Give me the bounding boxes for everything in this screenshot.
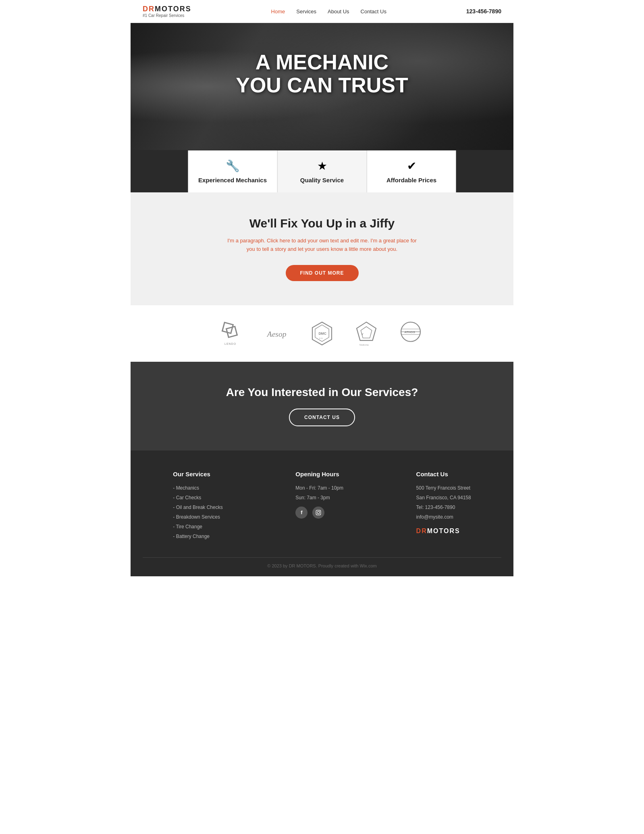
svg-point-19 bbox=[320, 511, 320, 511]
nav-links: Home Services About Us Contact Us bbox=[271, 8, 386, 15]
logo-athos: ATHOS bbox=[399, 321, 423, 346]
hero-heading: A MECHANIC YOU CAN TRUST bbox=[236, 51, 408, 97]
social-icons: f bbox=[295, 507, 343, 519]
logos-section: LENDO Aesop DMC ★ ★ V Vakota bbox=[131, 305, 513, 362]
brand-motors: MOTORS bbox=[155, 5, 191, 13]
card-label-quality: Quality Service bbox=[300, 177, 344, 183]
checkmark-icon: ✔ bbox=[407, 159, 416, 173]
footer-hours-sunday: Sun: 7am - 3pm bbox=[295, 493, 343, 502]
hero-line1: A MECHANIC bbox=[236, 51, 408, 74]
hero-card-prices: ✔ Affordable Prices bbox=[367, 150, 456, 192]
logo-aesop: Aesop bbox=[266, 321, 290, 346]
logo-vakota: V Vakota bbox=[354, 321, 378, 346]
svg-text:Vakota: Vakota bbox=[359, 344, 369, 346]
nav-home[interactable]: Home bbox=[271, 8, 285, 15]
fix-heading: We'll Fix You Up in a Jiffy bbox=[139, 217, 505, 230]
svg-text:V: V bbox=[361, 332, 364, 336]
logo-lendo: LENDO bbox=[221, 321, 245, 346]
footer-services-col: Our Services - Mechanics - Car Checks - … bbox=[173, 471, 222, 541]
svg-text:DMC: DMC bbox=[318, 331, 326, 335]
footer-copyright: © 2023 by DR MOTORS. Proudly created wit… bbox=[143, 563, 501, 568]
footer: Our Services - Mechanics - Car Checks - … bbox=[131, 450, 513, 576]
footer-address: 500 Terry Francois Street bbox=[416, 483, 471, 493]
card-label-mechanics: Experienced Mechanics bbox=[198, 177, 267, 183]
footer-hours-heading: Opening Hours bbox=[295, 471, 343, 477]
svg-text:LENDO: LENDO bbox=[224, 342, 236, 345]
brand-tagline: #1 Car Repair Services bbox=[143, 13, 191, 18]
cta-section: Are You Interested in Our Services? CONT… bbox=[131, 362, 513, 450]
footer-service-mechanics: - Mechanics bbox=[173, 483, 222, 493]
footer-service-car-checks: - Car Checks bbox=[173, 493, 222, 502]
logo-dmc: DMC ★ ★ bbox=[310, 321, 334, 346]
star-icon: ★ bbox=[317, 159, 327, 173]
footer-service-oil: - Oil and Break Checks bbox=[173, 502, 222, 512]
footer-email: info@mysite.com bbox=[416, 512, 471, 522]
brand-logo: DRMOTORS #1 Car Repair Services bbox=[143, 5, 191, 18]
footer-city: San Francisco, CA 94158 bbox=[416, 493, 471, 502]
hero-card-mechanics: 🔧 Experienced Mechanics bbox=[188, 150, 278, 192]
footer-divider bbox=[143, 557, 501, 558]
nav-contact[interactable]: Contact Us bbox=[361, 8, 386, 15]
hero-section: A MECHANIC YOU CAN TRUST 🔧 Experienced M… bbox=[131, 23, 513, 192]
footer-brand-dr: DR bbox=[416, 528, 427, 534]
facebook-icon[interactable]: f bbox=[295, 507, 307, 519]
footer-contact-heading: Contact Us bbox=[416, 471, 471, 477]
brand-name: DRMOTORS bbox=[143, 5, 191, 13]
footer-service-tire: - Tire Change bbox=[173, 522, 222, 532]
svg-text:★ ★: ★ ★ bbox=[319, 337, 323, 339]
nav-services[interactable]: Services bbox=[296, 8, 316, 15]
fix-section: We'll Fix You Up in a Jiffy I'm a paragr… bbox=[131, 192, 513, 305]
footer-tel: Tel: 123-456-7890 bbox=[416, 502, 471, 512]
hero-card-quality: ★ Quality Service bbox=[278, 150, 367, 192]
footer-contact-col: Contact Us 500 Terry Francois Street San… bbox=[416, 471, 471, 541]
lendo-icon: LENDO bbox=[221, 321, 245, 346]
card-label-prices: Affordable Prices bbox=[386, 177, 436, 183]
footer-hours-weekday: Mon - Fri: 7am - 10pm bbox=[295, 483, 343, 493]
nav-phone: 123-456-7890 bbox=[466, 8, 501, 15]
vakota-icon: V Vakota bbox=[354, 321, 378, 346]
footer-brand-motors: MOTORS bbox=[427, 528, 460, 534]
cta-heading: Are You Interested in Our Services? bbox=[139, 386, 505, 399]
find-out-more-button[interactable]: FIND OUT MORE bbox=[286, 265, 359, 281]
footer-service-battery: - Battery Change bbox=[173, 532, 222, 541]
contact-us-button[interactable]: CONTACT US bbox=[289, 409, 355, 426]
footer-hours-col: Opening Hours Mon - Fri: 7am - 10pm Sun:… bbox=[295, 471, 343, 541]
footer-services-heading: Our Services bbox=[173, 471, 222, 477]
navbar: DRMOTORS #1 Car Repair Services Home Ser… bbox=[131, 0, 513, 23]
instagram-icon[interactable] bbox=[312, 507, 324, 519]
footer-brand: DRMOTORS bbox=[416, 528, 471, 535]
fix-paragraph: I'm a paragraph. Click here to add your … bbox=[225, 237, 419, 254]
svg-text:ATHOS: ATHOS bbox=[405, 330, 415, 334]
wrench-icon: 🔧 bbox=[226, 159, 240, 173]
svg-marker-8 bbox=[357, 322, 376, 340]
svg-rect-17 bbox=[316, 510, 321, 515]
brand-dr: DR bbox=[143, 5, 155, 13]
athos-icon: ATHOS bbox=[399, 321, 423, 346]
footer-top: Our Services - Mechanics - Car Checks - … bbox=[143, 471, 501, 541]
dmc-icon: DMC ★ ★ bbox=[310, 321, 334, 346]
hero-cards: 🔧 Experienced Mechanics ★ Quality Servic… bbox=[188, 150, 456, 192]
aesop-icon: Aesop bbox=[266, 321, 290, 346]
svg-text:Aesop: Aesop bbox=[266, 329, 287, 338]
svg-point-18 bbox=[317, 511, 320, 514]
footer-services-list: - Mechanics - Car Checks - Oil and Break… bbox=[173, 483, 222, 541]
footer-service-breakdown: - Breakdown Services bbox=[173, 512, 222, 522]
nav-about[interactable]: About Us bbox=[328, 8, 349, 15]
hero-line2: YOU CAN TRUST bbox=[236, 74, 408, 97]
